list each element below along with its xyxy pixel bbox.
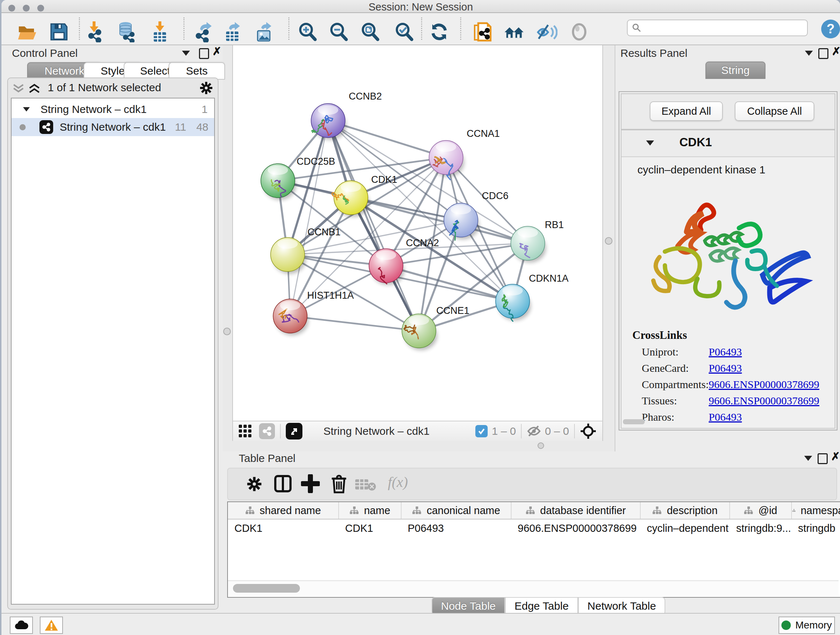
zoom-out-button[interactable]	[328, 21, 349, 43]
import-network-button[interactable]	[84, 21, 106, 43]
network-node-ccna1[interactable]: CCNA1	[429, 128, 500, 180]
zoom-fit-button[interactable]	[359, 21, 381, 43]
table-cell[interactable]: P06493	[401, 519, 511, 537]
panel-menu-icon[interactable]	[804, 456, 812, 461]
network-canvas[interactable]: CCNB2CCNA1CDC25BCDK1CDC6RB1CCNB1CCNA2CDK…	[232, 45, 603, 421]
table-cell[interactable]: stringdb	[791, 519, 840, 537]
column-header--id[interactable]: @id	[729, 502, 791, 519]
panel-menu-icon[interactable]	[182, 51, 190, 56]
network-node-ccne1[interactable]: CCNE1	[402, 305, 470, 350]
memory-button[interactable]: Memory	[778, 616, 835, 634]
network-row-selected[interactable]: String Network – cdk1 11 48	[11, 118, 214, 136]
table-cell[interactable]: cyclin–dependent ...	[640, 519, 729, 537]
open-folder-icon	[17, 21, 38, 42]
tab-network-table[interactable]: Network Table	[578, 597, 666, 615]
toolbar-separator	[521, 424, 522, 439]
detach-view-icon[interactable]	[286, 423, 302, 440]
save-icon	[49, 22, 69, 42]
network-node-hist1h1a[interactable]: HIST1H1A	[273, 290, 354, 335]
import-network-from-database-button[interactable]	[116, 21, 137, 43]
right-splitter-handle[interactable]	[605, 237, 613, 245]
panel-menu-icon[interactable]	[805, 51, 813, 56]
panel-close-icon[interactable]: ✗	[212, 47, 221, 56]
crosslink-link[interactable]: P06493	[709, 362, 742, 374]
panel-close-icon[interactable]: ✗	[831, 452, 840, 461]
tab-string[interactable]: String	[706, 62, 766, 79]
delete-icon[interactable]	[330, 473, 348, 494]
node-label-cdc25b: CDC25B	[297, 156, 335, 167]
tab-edge-table[interactable]: Edge Table	[505, 597, 578, 615]
column-header-shared-name[interactable]: shared name	[228, 502, 339, 519]
table-cell[interactable]: CDK1	[228, 519, 339, 537]
node-label-cdk1: CDK1	[371, 174, 397, 185]
string-document-button[interactable]	[472, 21, 493, 43]
table-cell[interactable]: stringdb:9...	[729, 519, 791, 537]
birdseye-view-icon[interactable]	[238, 424, 253, 439]
open-session-button[interactable]	[16, 21, 38, 43]
toolbar-separator	[574, 424, 575, 439]
hide-panels-button[interactable]	[536, 21, 557, 43]
network-share-icon[interactable]	[259, 423, 275, 439]
protein-entry-header[interactable]: CDK1	[622, 130, 835, 157]
entry-scrollbar[interactable]	[623, 419, 645, 424]
control-panel: Control Panel ✗ Network Style Select Set…	[2, 45, 223, 613]
table-cell[interactable]: 9606.ENSP00000378699	[511, 519, 640, 537]
export-table-button[interactable]	[222, 21, 244, 43]
panel-close-icon[interactable]: ✗	[832, 47, 840, 56]
import-table-button[interactable]	[149, 21, 171, 43]
panel-float-icon[interactable]	[818, 48, 829, 59]
add-icon[interactable]	[301, 474, 320, 493]
crosslink-link[interactable]: P06493	[709, 346, 742, 358]
column-header-name[interactable]: name	[339, 502, 401, 519]
cloud-button[interactable]	[10, 616, 33, 634]
tree-expander-icon[interactable]	[23, 107, 30, 111]
refresh-button[interactable]	[428, 21, 450, 43]
node-table[interactable]: shared namenamecanonical namedatabase id…	[228, 502, 840, 537]
crosslink-link[interactable]: P06493	[709, 411, 742, 423]
zoom-selected-button[interactable]	[393, 21, 415, 43]
expand-all-icon[interactable]	[28, 83, 41, 94]
fit-content-icon[interactable]	[580, 423, 597, 440]
title-bar: Session: New Session	[2, 0, 840, 13]
selected-checkbox-icon[interactable]	[475, 425, 488, 437]
zoom-in-icon	[297, 21, 318, 42]
network-node-cdkn1a[interactable]: CDKN1A	[496, 273, 569, 321]
panel-float-icon[interactable]	[199, 48, 209, 59]
column-header-canonical-name[interactable]: canonical name	[401, 502, 511, 519]
crosslink-link[interactable]: 9606.ENSP00000378699	[709, 394, 819, 407]
table-hscrollbar[interactable]	[228, 580, 838, 596]
left-splitter-handle[interactable]	[223, 328, 231, 335]
network-node-cdk1[interactable]: CDK1	[332, 174, 397, 217]
help-button[interactable]: ?	[821, 19, 840, 38]
network-edge[interactable]	[290, 316, 419, 331]
gear-icon[interactable]	[246, 476, 263, 492]
export-image-button[interactable]	[254, 21, 275, 43]
bottom-splitter-handle[interactable]	[538, 442, 544, 449]
table-hscrollbar-thumb[interactable]	[233, 584, 300, 593]
panel-float-icon[interactable]	[818, 453, 828, 464]
save-session-button[interactable]	[48, 21, 70, 43]
column-header-description[interactable]: description	[640, 502, 729, 519]
table-row[interactable]: CDK1CDK1P064939606.ENSP00000378699cyclin…	[228, 519, 840, 537]
column-header-namespac[interactable]: namespac	[791, 502, 840, 519]
zoom-in-button[interactable]	[297, 21, 318, 43]
collapse-all-button[interactable]: Collapse All	[735, 101, 814, 121]
collapse-all-icon[interactable]	[12, 83, 25, 94]
show-panels-button[interactable]	[568, 21, 590, 43]
warning-button[interactable]	[40, 616, 63, 634]
network-edge[interactable]	[290, 120, 328, 316]
network-node-rb1[interactable]: RB1	[511, 219, 564, 263]
search-input[interactable]	[627, 19, 808, 36]
home-button[interactable]	[503, 21, 525, 43]
export-network-button[interactable]	[193, 21, 215, 43]
tab-node-table[interactable]: Node Table	[431, 597, 505, 615]
show-columns-icon[interactable]	[273, 474, 292, 493]
gear-icon[interactable]	[199, 81, 213, 95]
expand-all-button[interactable]: Expand All	[650, 101, 723, 121]
entry-expander-icon[interactable]	[646, 141, 654, 146]
crosslink-link[interactable]: 9606.ENSP00000378699	[709, 378, 819, 391]
column-header-database-identifier[interactable]: database identifier	[511, 502, 640, 519]
table-cell[interactable]: CDK1	[339, 519, 401, 537]
network-collection-row[interactable]: String Network – cdk1 1	[11, 101, 214, 118]
tab-sets[interactable]: Sets	[169, 62, 225, 80]
